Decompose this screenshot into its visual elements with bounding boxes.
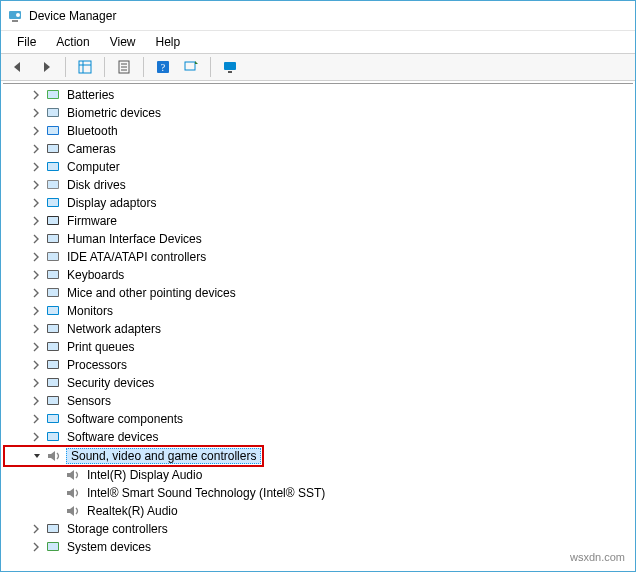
tree-item[interactable]: Computer: [3, 158, 633, 176]
tree-item[interactable]: Security devices: [3, 374, 633, 392]
device-category-icon: [45, 195, 61, 211]
tree-item[interactable]: Software devices: [3, 428, 633, 446]
properties-button[interactable]: [112, 55, 136, 79]
tree-child-item[interactable]: Realtek(R) Audio: [3, 502, 633, 520]
device-category-icon: [45, 87, 61, 103]
toolbar-separator: [104, 57, 105, 77]
device-category-icon: [45, 213, 61, 229]
chevron-right-icon[interactable]: [29, 196, 43, 210]
tree-item[interactable]: System devices: [3, 538, 633, 556]
chevron-right-icon[interactable]: [29, 124, 43, 138]
chevron-right-icon[interactable]: [29, 522, 43, 536]
watermark: wsxdn.com: [570, 551, 625, 563]
svg-rect-1: [12, 20, 18, 22]
device-category-icon: [45, 159, 61, 175]
svg-rect-44: [48, 343, 58, 350]
svg-rect-54: [48, 433, 58, 440]
device-category-icon: [45, 249, 61, 265]
svg-rect-58: [48, 543, 58, 550]
menu-file[interactable]: File: [7, 33, 46, 51]
chevron-right-icon[interactable]: [29, 214, 43, 228]
chevron-right-icon[interactable]: [29, 250, 43, 264]
chevron-right-icon[interactable]: [29, 106, 43, 120]
device-category-icon: [45, 429, 61, 445]
menu-action[interactable]: Action: [46, 33, 99, 51]
tree-item[interactable]: Network adapters: [3, 320, 633, 338]
tree-item[interactable]: Software components: [3, 410, 633, 428]
tree-item[interactable]: Processors: [3, 356, 633, 374]
tree-item-label: Biometric devices: [65, 104, 163, 122]
chevron-right-icon[interactable]: [29, 430, 43, 444]
back-button[interactable]: [6, 55, 30, 79]
tree-item[interactable]: Mice and other pointing devices: [3, 284, 633, 302]
tree-item-label: Computer: [65, 158, 122, 176]
chevron-right-icon[interactable]: [29, 286, 43, 300]
svg-rect-40: [48, 307, 58, 314]
svg-rect-12: [185, 62, 195, 70]
tree-item[interactable]: Batteries: [3, 86, 633, 104]
tree-item[interactable]: Bluetooth: [3, 122, 633, 140]
tree-item-label: Software components: [65, 410, 185, 428]
tree-item-label: Intel(R) Display Audio: [85, 466, 204, 484]
device-tree[interactable]: BatteriesBiometric devicesBluetoothCamer…: [3, 83, 633, 563]
tree-item-label: Bluetooth: [65, 122, 120, 140]
menu-view[interactable]: View: [100, 33, 146, 51]
tree-item-label: Realtek(R) Audio: [85, 502, 180, 520]
tree-item[interactable]: Keyboards: [3, 266, 633, 284]
tree-item-label: Mice and other pointing devices: [65, 284, 238, 302]
svg-rect-36: [48, 271, 58, 278]
chevron-right-icon[interactable]: [29, 394, 43, 408]
device-category-icon: [45, 231, 61, 247]
tree-item[interactable]: Print queues: [3, 338, 633, 356]
tree-item[interactable]: Display adaptors: [3, 194, 633, 212]
tree-item-label: Software devices: [65, 428, 160, 446]
svg-rect-38: [48, 289, 58, 296]
tree-item[interactable]: Cameras: [3, 140, 633, 158]
chevron-right-icon[interactable]: [29, 358, 43, 372]
tree-item[interactable]: Disk drives: [3, 176, 633, 194]
device-category-icon: [45, 285, 61, 301]
tree-item[interactable]: Human Interface Devices: [3, 230, 633, 248]
chevron-right-icon[interactable]: [29, 540, 43, 554]
chevron-right-icon[interactable]: [29, 178, 43, 192]
chevron-right-icon[interactable]: [29, 340, 43, 354]
forward-button[interactable]: [34, 55, 58, 79]
svg-point-2: [16, 13, 20, 17]
tree-item[interactable]: Storage controllers: [3, 520, 633, 538]
tree-item[interactable]: Monitors: [3, 302, 633, 320]
chevron-right-icon[interactable]: [29, 232, 43, 246]
tree-item[interactable]: Sensors: [3, 392, 633, 410]
chevron-right-icon[interactable]: [29, 142, 43, 156]
svg-rect-30: [48, 217, 58, 224]
tree-item-label: Network adapters: [65, 320, 163, 338]
scan-button[interactable]: [179, 55, 203, 79]
svg-text:?: ?: [161, 62, 166, 73]
device-category-icon: [45, 521, 61, 537]
chevron-right-icon[interactable]: [29, 376, 43, 390]
help-button[interactable]: ?: [151, 55, 175, 79]
menubar: File Action View Help: [1, 31, 635, 53]
window-title: Device Manager: [29, 9, 116, 23]
tree-child-item[interactable]: Intel® Smart Sound Technology (Intel® SS…: [3, 484, 633, 502]
tree-item-label: Processors: [65, 356, 129, 374]
chevron-right-icon[interactable]: [29, 268, 43, 282]
tree-item[interactable]: IDE ATA/ATAPI controllers: [3, 248, 633, 266]
menu-help[interactable]: Help: [146, 33, 191, 51]
tree-item-sound-video-game[interactable]: Sound, video and game controllers: [3, 447, 633, 465]
monitor-button[interactable]: [218, 55, 242, 79]
tree-item-label: Sound, video and game controllers: [66, 448, 261, 464]
chevron-right-icon[interactable]: [29, 304, 43, 318]
titlebar: Device Manager: [1, 1, 635, 31]
tree-item[interactable]: Firmware: [3, 212, 633, 230]
tree-item[interactable]: Biometric devices: [3, 104, 633, 122]
tree-item-label: Print queues: [65, 338, 136, 356]
chevron-down-icon[interactable]: [30, 449, 44, 463]
chevron-right-icon[interactable]: [29, 160, 43, 174]
tree-item-label: Intel® Smart Sound Technology (Intel® SS…: [85, 484, 327, 502]
show-hidden-button[interactable]: [73, 55, 97, 79]
chevron-right-icon[interactable]: [29, 412, 43, 426]
chevron-right-icon[interactable]: [29, 322, 43, 336]
tree-child-item[interactable]: Intel(R) Display Audio: [3, 466, 633, 484]
chevron-right-icon[interactable]: [29, 88, 43, 102]
device-category-icon: [45, 539, 61, 555]
